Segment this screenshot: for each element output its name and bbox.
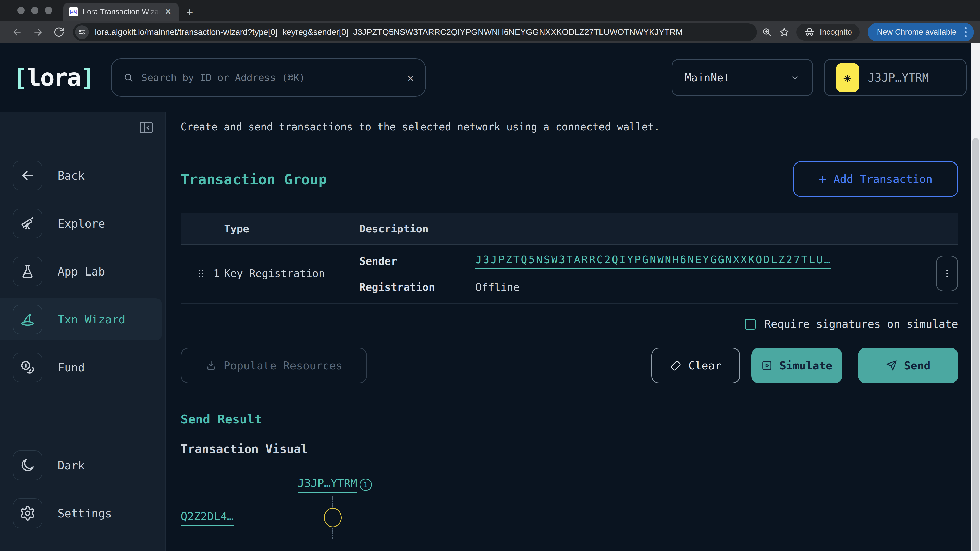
account-link[interactable]: J3JP…YTRM — [298, 477, 357, 492]
back-icon[interactable] — [8, 27, 27, 38]
sidebar-collapse-icon[interactable] — [138, 119, 155, 136]
wallet-button[interactable]: ✳ J3JP…YTRM — [824, 59, 967, 96]
arrow-left-icon — [13, 161, 42, 190]
transaction-visual-title: Transaction Visual — [181, 442, 958, 456]
field-label-sender: Sender — [360, 255, 476, 267]
wallet-address: J3JP…YTRM — [868, 71, 929, 84]
lora-logo[interactable]: [ lora ] — [13, 64, 94, 92]
minimize-window-button[interactable] — [31, 7, 38, 14]
row-index: 1 — [209, 267, 224, 279]
sidebar-item-label: App Lab — [58, 265, 105, 278]
logo-bracket-close: ] — [80, 64, 94, 92]
account-badge: 1 — [360, 478, 372, 491]
row-menu-button[interactable] — [936, 256, 958, 291]
page-description: Create and send transactions to the sele… — [181, 121, 958, 133]
sidebar-item-settings[interactable]: Settings — [0, 499, 165, 528]
sidebar-item-label: Fund — [58, 361, 85, 374]
incognito-icon — [804, 27, 815, 38]
column-header-description: Description — [360, 223, 476, 235]
site-settings-icon[interactable] — [75, 25, 89, 39]
simulate-button[interactable]: Simulate — [751, 348, 842, 383]
field-label-registration: Registration — [360, 281, 476, 293]
drag-handle-icon[interactable] — [193, 267, 209, 280]
browser-toolbar: lora.algokit.io/mainnet/transaction-wiza… — [0, 21, 980, 43]
table-row: 1 Key Registration Sender J3JPZTQ5NSW3TA… — [181, 245, 958, 303]
table-header-row: Type Description — [181, 213, 958, 245]
close-tab-icon[interactable]: ✕ — [165, 7, 173, 17]
page-scrollbar[interactable] — [971, 43, 980, 551]
sender-address-link[interactable]: J3JPZTQ5NSW3TARRC2QIYPGNWNH6NEYGGNXXKODL… — [476, 254, 832, 269]
zoom-window-button[interactable] — [45, 7, 52, 14]
section-title: Transaction Group — [181, 171, 327, 187]
send-button[interactable]: Send — [858, 348, 958, 383]
transaction-node-circle[interactable] — [324, 508, 342, 527]
sidebar-item-fund[interactable]: Fund — [0, 353, 165, 382]
new-tab-button[interactable]: + — [179, 5, 193, 21]
app-header: [ lora ] ✕ MainNet ✳ J3JP…YTRM — [0, 43, 980, 112]
sidebar-item-app-lab[interactable]: App Lab — [0, 257, 165, 286]
forward-icon[interactable] — [29, 27, 48, 38]
add-transaction-button[interactable]: + Add Transaction — [793, 161, 958, 197]
download-tray-icon — [205, 360, 217, 372]
tab-favicon: [ak] — [69, 7, 78, 16]
add-transaction-label: Add Transaction — [833, 173, 932, 186]
wallet-provider-icon: ✳ — [836, 63, 859, 92]
require-signatures-label: Require signatures on simulate — [764, 318, 958, 330]
populate-resources-button[interactable]: Populate Resources — [181, 348, 367, 383]
transaction-id-link[interactable]: Q2Z2DL4… — [181, 510, 234, 526]
incognito-badge: Incognito — [796, 24, 859, 41]
chevron-down-icon — [790, 73, 800, 83]
browser-tab-bar: [ak] Lora Transaction Wizard main ✕ + — [0, 0, 980, 21]
sidebar-item-label: Explore — [58, 217, 105, 230]
network-select-value: MainNet — [685, 71, 730, 84]
plus-icon: + — [819, 171, 827, 187]
chrome-update-pill[interactable]: New Chrome available — [868, 23, 974, 41]
search-box[interactable]: ✕ — [111, 59, 426, 97]
zoom-page-icon[interactable] — [762, 27, 772, 38]
sidebar-item-label: Settings — [58, 507, 112, 520]
search-clear-icon[interactable]: ✕ — [407, 71, 414, 84]
close-window-button[interactable] — [18, 7, 24, 14]
scrollbar-thumb[interactable] — [972, 138, 979, 551]
transaction-type: Key Registration — [224, 267, 360, 279]
incognito-label: Incognito — [820, 27, 852, 37]
sidebar-item-back[interactable]: Back — [0, 161, 165, 190]
sidebar-item-explore[interactable]: Explore — [0, 209, 165, 238]
browser-tab[interactable]: [ak] Lora Transaction Wizard main ✕ — [63, 3, 179, 21]
sidebar-item-label: Dark — [58, 459, 85, 472]
search-input[interactable] — [142, 72, 400, 83]
wizard-hat-icon — [13, 305, 42, 334]
moon-icon — [13, 451, 42, 480]
kebab-icon — [942, 265, 952, 282]
column-header-type: Type — [224, 223, 360, 235]
toolbar-right-icons: Incognito New Chrome available — [762, 23, 974, 41]
gear-icon — [13, 499, 42, 528]
logo-text: lora — [27, 64, 80, 92]
require-signatures-row: Require signatures on simulate — [181, 318, 958, 330]
sidebar: Back Explore App Lab — [0, 112, 166, 551]
send-result-title: Send Result — [181, 412, 958, 426]
browser-menu-icon[interactable] — [962, 27, 969, 37]
flask-icon — [13, 257, 42, 286]
send-plane-icon — [886, 360, 897, 372]
reload-icon[interactable] — [49, 27, 68, 38]
clear-button[interactable]: Clear — [651, 348, 740, 383]
sidebar-item-theme-dark[interactable]: Dark — [0, 451, 165, 480]
chrome-update-label: New Chrome available — [877, 27, 956, 37]
require-signatures-checkbox[interactable] — [745, 319, 756, 330]
coins-icon — [13, 353, 42, 382]
sidebar-item-txn-wizard[interactable]: Txn Wizard — [0, 305, 165, 334]
play-square-icon — [761, 360, 773, 372]
sidebar-item-label: Back — [58, 169, 85, 182]
eraser-icon — [670, 360, 682, 372]
bookmark-star-icon[interactable] — [779, 27, 790, 38]
telescope-icon — [13, 209, 42, 238]
populate-resources-label: Populate Resources — [224, 359, 342, 372]
screen: [ak] Lora Transaction Wizard main ✕ + lo… — [0, 0, 980, 551]
network-select[interactable]: MainNet — [672, 59, 813, 96]
url-bar[interactable]: lora.algokit.io/mainnet/transaction-wiza… — [73, 24, 757, 41]
main-content: Create and send transactions to the sele… — [166, 112, 980, 551]
registration-value: Offline — [476, 281, 520, 293]
send-label: Send — [904, 359, 931, 372]
window-controls[interactable] — [0, 0, 63, 21]
